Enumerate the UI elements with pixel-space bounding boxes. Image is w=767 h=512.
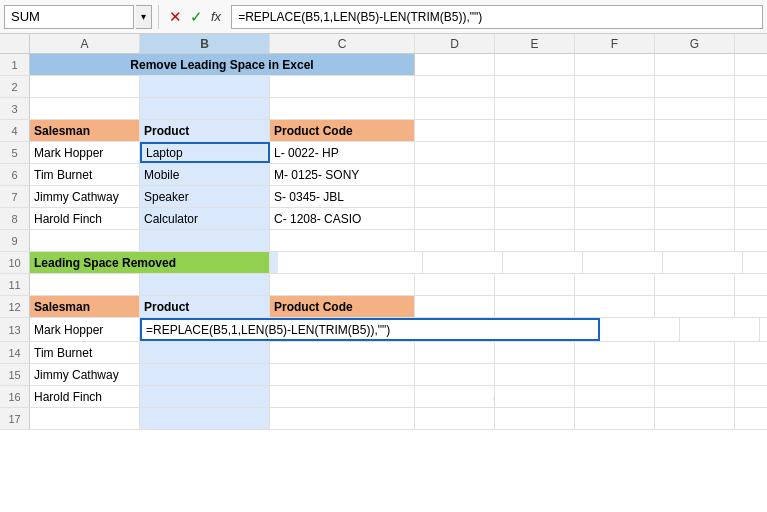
cell-a12[interactable]: Salesman [30,296,140,317]
cell-e14[interactable] [495,342,575,363]
cell-a15[interactable]: Jimmy Cathway [30,364,140,385]
cell-f17[interactable] [575,408,655,429]
cell-f1[interactable] [575,54,655,75]
cell-a8[interactable]: Harold Finch [30,208,140,229]
cell-d16[interactable]: ⚙ exceldemy EXCEL · DATA · BI [415,386,495,407]
cell-d10[interactable] [423,252,503,273]
cell-e10[interactable] [503,252,583,273]
cell-b5[interactable]: Laptop [140,142,270,163]
confirm-icon[interactable]: ✓ [190,8,203,26]
col-header-f[interactable]: F [575,34,655,53]
cell-f4[interactable] [575,120,655,141]
cell-c17[interactable] [270,408,415,429]
cell-g10[interactable] [663,252,743,273]
cell-f2[interactable] [575,76,655,97]
cell-b15[interactable] [140,364,270,385]
cell-d14[interactable] [415,342,495,363]
cell-g7[interactable] [655,186,735,207]
cell-f5[interactable] [575,142,655,163]
cell-f3[interactable] [575,98,655,119]
cell-e4[interactable] [495,120,575,141]
cell-a5[interactable]: Mark Hopper [30,142,140,163]
cell-c14[interactable] [270,342,415,363]
col-header-d[interactable]: D [415,34,495,53]
cell-g5[interactable] [655,142,735,163]
name-box[interactable]: SUM [4,5,134,29]
cell-g17[interactable] [655,408,735,429]
cell-e1[interactable] [495,54,575,75]
name-box-dropdown[interactable]: ▾ [136,5,152,29]
cell-e3[interactable] [495,98,575,119]
cell-f8[interactable] [575,208,655,229]
formula-input[interactable]: =REPLACE(B5,1,LEN(B5)-LEN(TRIM(B5)),"") [231,5,763,29]
col-header-b[interactable]: B [140,34,270,53]
cell-e2[interactable] [495,76,575,97]
cell-g2[interactable] [655,76,735,97]
cell-d2[interactable] [415,76,495,97]
cell-d9[interactable] [415,230,495,251]
cancel-icon[interactable]: ✕ [169,8,182,26]
cell-e5[interactable] [495,142,575,163]
cell-c10[interactable] [278,252,423,273]
cell-f16[interactable] [575,386,655,407]
cell-e7[interactable] [495,186,575,207]
cell-d4[interactable] [415,120,495,141]
cell-b14[interactable] [140,342,270,363]
cell-e8[interactable] [495,208,575,229]
cell-d13[interactable] [600,318,680,341]
cell-b6[interactable]: Mobile [140,164,270,185]
cell-g12[interactable] [655,296,735,317]
cell-g1[interactable] [655,54,735,75]
cell-b8[interactable]: Calculator [140,208,270,229]
cell-a9[interactable] [30,230,140,251]
cell-e11[interactable] [495,274,575,295]
col-header-c[interactable]: C [270,34,415,53]
cell-e16[interactable] [495,386,575,407]
cell-c16[interactable] [270,386,415,407]
cell-b3[interactable] [140,98,270,119]
cell-a10[interactable]: Leading Space Removed [30,252,270,273]
cell-c3[interactable] [270,98,415,119]
cell-g6[interactable] [655,164,735,185]
cell-a11[interactable] [30,274,140,295]
cell-b17[interactable] [140,408,270,429]
cell-b2[interactable] [140,76,270,97]
cell-b13-formula[interactable]: =REPLACE(B5,1,LEN(B5)-LEN(TRIM(B5)),"") [140,318,600,341]
cell-a17[interactable] [30,408,140,429]
cell-c12[interactable]: Product Code [270,296,415,317]
cell-c2[interactable] [270,76,415,97]
cell-a2[interactable] [30,76,140,97]
cell-a14[interactable]: Tim Burnet [30,342,140,363]
cell-e9[interactable] [495,230,575,251]
cell-c15[interactable] [270,364,415,385]
cell-b4[interactable]: Product [140,120,270,141]
cell-f14[interactable] [575,342,655,363]
cell-f11[interactable] [575,274,655,295]
cell-f7[interactable] [575,186,655,207]
cell-b16[interactable] [140,386,270,407]
cell-d6[interactable] [415,164,495,185]
cell-g15[interactable] [655,364,735,385]
cell-d5[interactable] [415,142,495,163]
col-header-a[interactable]: A [30,34,140,53]
cell-d12[interactable] [415,296,495,317]
cell-e15[interactable] [495,364,575,385]
cell-e13[interactable] [680,318,760,341]
cell-g3[interactable] [655,98,735,119]
col-header-g[interactable]: G [655,34,735,53]
cell-a16[interactable]: Harold Finch [30,386,140,407]
cell-f12[interactable] [575,296,655,317]
cell-c7[interactable]: S- 0345- JBL [270,186,415,207]
cell-e12[interactable] [495,296,575,317]
cell-d1[interactable] [415,54,495,75]
cell-d8[interactable] [415,208,495,229]
cell-e17[interactable] [495,408,575,429]
cell-f9[interactable] [575,230,655,251]
cell-d17[interactable] [415,408,495,429]
cell-e6[interactable] [495,164,575,185]
cell-b10[interactable] [270,252,278,273]
cell-b9[interactable] [140,230,270,251]
cell-b7[interactable]: Speaker [140,186,270,207]
cell-b12[interactable]: Product [140,296,270,317]
cell-a3[interactable] [30,98,140,119]
